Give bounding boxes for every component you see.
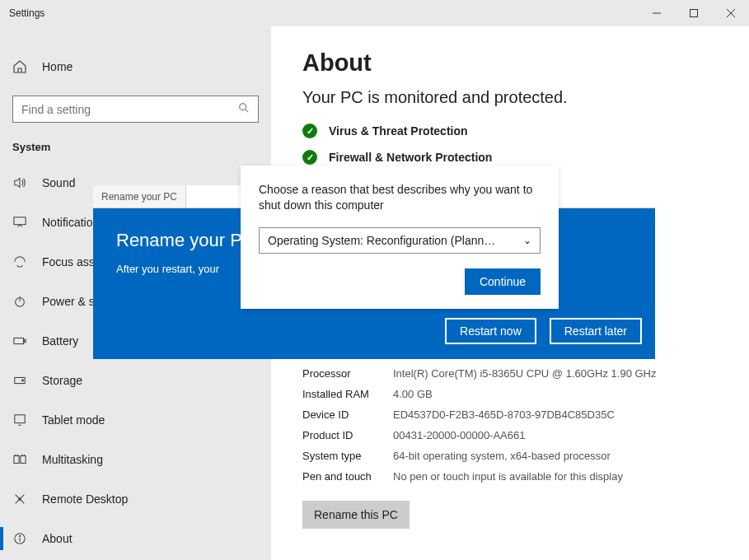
battery-icon — [12, 334, 27, 348]
spec-value: 4.00 GB — [393, 388, 433, 400]
info-icon — [12, 531, 27, 546]
spec-row: Pen and touchNo pen or touch input is av… — [302, 470, 718, 483]
page-subtitle: Your PC is monitored and protected. — [302, 88, 718, 107]
sidebar-item-about[interactable]: About — [0, 519, 271, 558]
chevron-down-icon: ⌄ — [523, 235, 531, 246]
sidebar-item-label: Storage — [42, 374, 82, 387]
sidebar-item-label: Multitasking — [42, 453, 103, 466]
continue-button[interactable]: Continue — [465, 268, 541, 295]
focus-assist-icon — [12, 254, 27, 269]
page-title: About — [302, 49, 718, 77]
spec-key: Product ID — [302, 429, 393, 441]
power-icon — [12, 294, 27, 309]
spec-value: 64-bit operating system, x64-based proce… — [393, 450, 611, 462]
storage-icon — [12, 373, 27, 388]
search-input-container[interactable] — [12, 96, 259, 123]
svg-rect-13 — [15, 415, 25, 423]
dialog-buttons: Restart now Restart later — [445, 318, 642, 344]
spec-row: Product ID00431-20000-00000-AA661 — [302, 429, 718, 441]
svg-rect-1 — [690, 10, 697, 17]
device-specs: ProcessorIntel(R) Core(TM) i5-8365U CPU … — [302, 367, 718, 483]
close-button[interactable] — [712, 0, 749, 26]
protection-row: ✓ Virus & Threat Protection — [302, 124, 718, 138]
protection-row: ✓ Firewall & Network Protection — [302, 150, 718, 165]
spec-value: Intel(R) Core(TM) i5-8365U CPU @ 1.60GHz… — [393, 367, 657, 380]
sidebar-item-tablet-mode[interactable]: Tablet mode — [0, 400, 271, 440]
protection-label: Virus & Threat Protection — [329, 124, 468, 138]
spec-row: ProcessorIntel(R) Core(TM) i5-8365U CPU … — [302, 367, 718, 380]
spec-key: Device ID — [302, 408, 393, 421]
svg-point-12 — [22, 380, 24, 381]
spec-value: ED4537D0-F2B3-465D-8703-97DB4C85D35C — [393, 408, 615, 421]
svg-rect-16 — [21, 456, 26, 464]
window-controls — [638, 0, 749, 26]
window-title: Settings — [9, 7, 44, 19]
sound-icon — [12, 175, 27, 190]
dialog-tab[interactable]: Rename your PC — [93, 185, 186, 208]
sidebar-item-multitasking[interactable]: Multitasking — [0, 440, 271, 479]
svg-line-5 — [246, 109, 249, 112]
spec-value: 00431-20000-00000-AA661 — [393, 429, 525, 441]
spec-row: Installed RAM4.00 GB — [302, 388, 718, 400]
svg-point-4 — [240, 103, 246, 110]
sidebar-item-storage[interactable]: Storage — [0, 361, 271, 400]
restart-later-button[interactable]: Restart later — [550, 318, 642, 344]
maximize-button[interactable] — [675, 0, 712, 26]
svg-rect-10 — [24, 339, 26, 343]
search-icon — [238, 102, 250, 117]
sidebar-item-remote-desktop[interactable]: Remote Desktop — [0, 479, 271, 519]
restart-now-button[interactable]: Restart now — [445, 318, 536, 344]
sidebar-home[interactable]: Home — [0, 49, 271, 84]
select-value: Operating System: Reconfiguration (Plann… — [268, 234, 495, 247]
spec-key: Pen and touch — [302, 470, 393, 483]
sidebar-item-label: Tablet mode — [42, 413, 105, 427]
shutdown-prompt: Choose a reason that best describes why … — [259, 182, 541, 214]
check-icon: ✓ — [302, 150, 317, 165]
sidebar-item-label: Remote Desktop — [42, 492, 128, 506]
spec-row: System type64-bit operating system, x64-… — [302, 450, 718, 462]
title-bar: Settings — [0, 0, 749, 26]
multitasking-icon — [12, 452, 27, 467]
spec-row: Device IDED4537D0-F2B3-465D-8703-97DB4C8… — [302, 408, 718, 421]
search-input[interactable] — [21, 103, 238, 116]
spec-key: Processor — [302, 367, 393, 380]
sidebar-item-label: Battery — [42, 334, 78, 348]
home-icon — [12, 59, 27, 74]
svg-rect-9 — [14, 338, 24, 343]
spec-value: No pen or touch input is available for t… — [393, 470, 623, 483]
minimize-button[interactable] — [638, 0, 675, 26]
sidebar-section-title: System — [0, 123, 271, 163]
check-icon: ✓ — [302, 124, 317, 138]
spec-key: Installed RAM — [302, 388, 393, 400]
shutdown-reason-select[interactable]: Operating System: Reconfiguration (Plann… — [259, 227, 541, 254]
spec-key: System type — [302, 450, 393, 462]
svg-point-26 — [19, 535, 20, 536]
shutdown-reason-popup: Choose a reason that best describes why … — [241, 166, 559, 309]
notifications-icon — [12, 215, 27, 230]
remote-desktop-icon — [12, 492, 27, 506]
rename-this-pc-button[interactable]: Rename this PC — [302, 501, 410, 529]
tablet-icon — [12, 413, 27, 427]
sidebar-item-label: About — [42, 532, 73, 545]
sidebar-item-label: Sound — [42, 176, 75, 189]
sidebar-home-label: Home — [42, 60, 73, 73]
svg-rect-6 — [14, 217, 26, 225]
svg-rect-15 — [14, 456, 19, 464]
protection-label: Firewall & Network Protection — [329, 151, 492, 164]
